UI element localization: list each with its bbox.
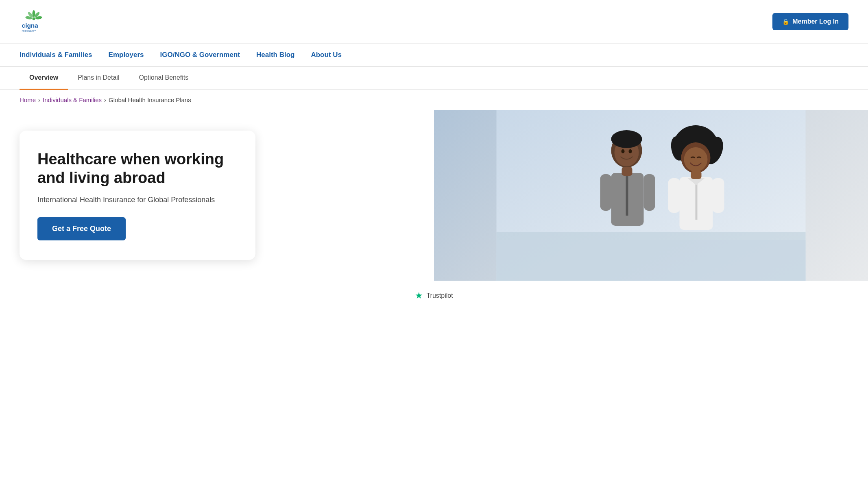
nav-link-employers[interactable]: Employers <box>109 51 144 59</box>
logo-area: cigna healthcare™ <box>20 7 48 36</box>
svg-rect-17 <box>626 175 628 216</box>
get-quote-button[interactable]: Get a Free Quote <box>37 217 126 240</box>
breadcrumb-home-link[interactable]: Home <box>20 96 36 103</box>
site-header: cigna healthcare™ 🔒 Member Log In <box>0 0 868 44</box>
breadcrumb: Home › Individuals & Families › Global H… <box>0 90 868 110</box>
nav-link-about[interactable]: About Us <box>311 51 342 59</box>
member-login-button[interactable]: 🔒 Member Log In <box>772 13 848 30</box>
svg-point-13 <box>622 149 625 153</box>
member-login-label: Member Log In <box>792 18 839 25</box>
main-nav: Individuals & Families Employers IGO/NGO… <box>0 44 868 67</box>
trustpilot-section: ★ Trustpilot <box>0 281 868 311</box>
breadcrumb-sep-2: › <box>104 96 106 103</box>
page-tabs: Overview Plans in Detail Optional Benefi… <box>0 67 868 90</box>
svg-rect-27 <box>696 179 698 220</box>
hero-subheading: International Health Insurance for Globa… <box>37 196 238 204</box>
nav-link-igo[interactable]: IGO/NGO & Government <box>160 51 240 59</box>
svg-rect-18 <box>600 174 612 211</box>
breadcrumb-individuals-link[interactable]: Individuals & Families <box>43 96 102 103</box>
nav-item-health-blog[interactable]: Health Blog <box>256 51 294 59</box>
cigna-logo-icon: cigna healthcare™ <box>20 7 48 36</box>
svg-rect-30 <box>712 178 724 213</box>
svg-text:cigna: cigna <box>22 22 39 29</box>
svg-rect-20 <box>622 167 632 176</box>
breadcrumb-sep-1: › <box>38 96 40 103</box>
hero-heading: Healthcare when working and living abroa… <box>37 150 238 187</box>
svg-rect-19 <box>644 174 655 211</box>
hero-card: Healthcare when working and living abroa… <box>20 131 255 260</box>
tab-overview[interactable]: Overview <box>20 67 68 90</box>
nav-item-igo[interactable]: IGO/NGO & Government <box>160 51 240 59</box>
svg-rect-28 <box>691 171 702 179</box>
svg-point-15 <box>611 130 642 148</box>
tab-optional-benefits[interactable]: Optional Benefits <box>129 67 198 90</box>
trustpilot-star-icon: ★ <box>415 290 423 301</box>
hero-image-area <box>434 110 868 281</box>
hero-left: Healthcare when working and living abroa… <box>0 110 434 281</box>
svg-point-25 <box>684 147 708 172</box>
nav-item-individuals[interactable]: Individuals & Families <box>20 51 92 59</box>
svg-rect-10 <box>497 240 806 281</box>
svg-point-5 <box>33 17 35 20</box>
nav-item-employers[interactable]: Employers <box>109 51 144 59</box>
svg-text:healthcare™: healthcare™ <box>22 29 37 32</box>
trustpilot-label: Trustpilot <box>426 292 453 299</box>
tab-plans-in-detail[interactable]: Plans in Detail <box>68 67 129 90</box>
lock-icon: 🔒 <box>782 18 789 25</box>
svg-rect-29 <box>668 178 680 213</box>
nav-link-individuals[interactable]: Individuals & Families <box>20 51 92 59</box>
breadcrumb-current: Global Health Insurance Plans <box>109 96 191 103</box>
hero-couple-illustration <box>434 110 868 281</box>
nav-link-health-blog[interactable]: Health Blog <box>256 51 294 59</box>
hero-section: Healthcare when working and living abroa… <box>0 110 868 281</box>
svg-point-14 <box>629 149 632 153</box>
nav-item-about[interactable]: About Us <box>311 51 342 59</box>
